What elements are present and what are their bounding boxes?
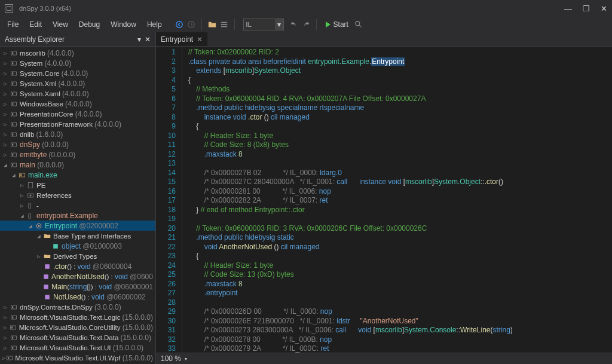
tree-row[interactable]: ◢Base Type and Interfaces [0,231,155,241]
tree-expander[interactable]: ▷ [18,182,26,188]
svg-point-5 [356,22,360,26]
tree-row[interactable]: ◢{}entrypoint.Example [0,210,155,221]
tree-expander[interactable]: ▷ [1,121,10,127]
tree-row[interactable]: ◢main.exe [0,170,155,180]
tree-label: Derived Types [53,253,97,260]
tree-row[interactable]: ▷dnSpy.Contracts.DnSpy (3.0.0.0) [0,302,155,312]
editor-tab[interactable]: Entrypoint ✕ [156,32,208,46]
zoom-level[interactable]: 100 % [161,354,181,363]
tree-row[interactable]: ▷Microsoft.VisualStudio.Text.UI.Wpf (15.… [0,353,155,363]
tree-expander[interactable]: ▷ [1,325,9,331]
menu-edit[interactable]: Edit [25,18,47,31]
maximize-button[interactable]: ❐ [583,4,590,13]
redo-button[interactable] [301,19,311,30]
tree-expander[interactable]: ▷ [1,355,6,361]
tree-row[interactable]: .ctor() : void @06000004 [0,261,155,271]
tree-row[interactable]: ▷{}- [0,200,155,210]
assembly-explorer-panel: Assembly Explorer ▾ ✕ ▷mscorlib (4.0.0.0… [0,32,156,364]
tree-expander[interactable]: ◢ [1,162,10,168]
tree-row[interactable]: ▷Microsoft.VisualStudio.Text.Data (15.0.… [0,332,155,342]
tree-expander[interactable]: ▷ [1,81,10,87]
nav-back-button[interactable] [174,19,185,30]
menu-help[interactable]: Help [142,18,167,31]
tree-row[interactable]: ▷Microsoft.VisualStudio.Text.UI (15.0.0.… [0,342,155,353]
svg-rect-53 [12,347,13,348]
tree-expander[interactable]: ▷ [35,253,43,259]
tree-expander[interactable]: ▷ [1,142,10,148]
tree-label: mscorlib (4.0.0.0) [20,49,74,57]
tree-row[interactable]: ▷System.Core (4.0.0.0) [0,68,155,78]
tree-row[interactable]: ▷Microsoft.VisualStudio.Text.Logic (15.0… [0,312,155,322]
open-button[interactable] [207,19,218,30]
tree-expander[interactable]: ◢ [35,233,43,239]
tree-expander[interactable]: ▷ [1,335,10,341]
language-combo[interactable]: ▾ [243,19,284,30]
language-input[interactable] [244,19,275,30]
tree-row[interactable]: ▷WindowsBase (4.0.0.0) [0,99,155,109]
tree-expander[interactable]: ▷ [1,111,10,117]
menu-debug[interactable]: Debug [74,18,105,31]
tree-expander[interactable]: ▷ [1,131,10,137]
tree-row[interactable]: ▷mscorlib (4.0.0.0) [0,48,155,58]
tree-expander[interactable]: ▷ [18,203,26,209]
tree-row[interactable]: ▷References [0,190,155,200]
svg-rect-50 [11,336,17,339]
tree-expander[interactable]: ▷ [1,50,10,56]
tree-expander[interactable]: ▷ [1,314,10,320]
tree-expander[interactable]: ▷ [1,60,10,66]
tree-expander[interactable]: ◢ [26,223,35,229]
tree-row[interactable]: ▷PE [0,180,155,190]
tree-expander[interactable]: ◢ [10,172,18,178]
menu-file[interactable]: File [2,18,23,31]
code-content[interactable]: // Token: 0x02000002 RID: 2.class privat… [182,47,513,353]
tree-row[interactable]: AnotherNotUsed() : void @0600 [0,271,155,282]
tree-expander[interactable]: ▷ [1,345,10,351]
zoom-dropdown[interactable]: ▾ [185,356,187,362]
search-button[interactable] [353,19,364,30]
tree-expander[interactable]: ▷ [1,152,10,158]
chevron-down-icon[interactable]: ▾ [275,19,283,30]
minimize-button[interactable]: — [564,4,572,13]
panel-close-button[interactable]: ✕ [145,35,151,44]
tab-close-button[interactable]: ✕ [197,35,203,44]
tree-row[interactable]: ▷Microsoft.VisualStudio.CoreUtility (15.… [0,322,155,332]
panel-dropdown-button[interactable]: ▾ [137,35,141,44]
tree-row[interactable]: ▷PresentationFramework (4.0.0.0) [0,119,155,129]
svg-rect-28 [11,163,17,167]
asm-icon [10,90,18,98]
nav-forward-button[interactable] [186,19,197,30]
close-button[interactable]: ✕ [601,4,607,13]
menu-view[interactable]: View [48,18,73,31]
tree-row[interactable]: ▷dnlib (1.6.0.0) [0,129,155,139]
tree-row[interactable]: ▷System (4.0.0.0) [0,58,155,68]
svg-rect-32 [28,182,33,188]
tree-row[interactable]: object @01000003 [0,241,155,251]
tree-row[interactable]: ▷dnSpy (0.0.0.0) [0,139,155,149]
tree-row[interactable]: ◢Entrypoint @02000002 [0,221,155,231]
tree-expander[interactable]: ▷ [18,192,26,198]
undo-button[interactable] [289,19,299,30]
start-button[interactable]: Start [322,19,352,30]
tree-expander[interactable]: ▷ [1,91,10,97]
code-editor[interactable]: 1234567891011121314151617181920212223242… [156,47,612,353]
menu-window[interactable]: Window [106,18,141,31]
tree-row[interactable]: NotUsed() : void @06000002 [0,292,155,302]
tree-row[interactable]: ▷PresentationCore (4.0.0.0) [0,109,155,119]
asm-icon [10,130,18,139]
tree-expander[interactable]: ▷ [1,101,10,107]
svg-rect-9 [12,62,13,64]
tree-expander[interactable]: ▷ [1,71,10,77]
tree-row[interactable]: ◢main (0.0.0.0) [0,160,155,170]
tree-row[interactable]: ▷emitbyte (0.0.0.0) [0,149,155,160]
assembly-tree[interactable]: ▷mscorlib (4.0.0.0)▷System (4.0.0.0)▷Sys… [0,47,155,364]
svg-rect-22 [11,133,17,136]
svg-rect-26 [11,153,17,157]
tree-row[interactable]: ▷Derived Types [0,251,155,261]
open-list-button[interactable] [219,19,230,30]
svg-rect-13 [12,82,13,84]
tree-row[interactable]: ▷System.Xaml (4.0.0.0) [0,88,155,99]
tree-expander[interactable]: ◢ [18,213,26,219]
tree-expander[interactable]: ▷ [1,304,10,310]
tree-row[interactable]: Main(string[]) : void @06000001 [0,282,155,292]
tree-row[interactable]: ▷System.Xml (4.0.0.0) [0,78,155,88]
